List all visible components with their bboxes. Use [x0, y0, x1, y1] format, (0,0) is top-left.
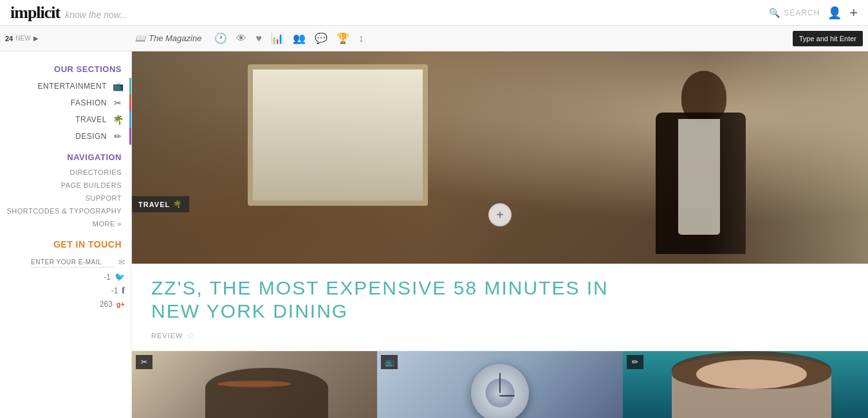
design-badge: ✏ — [627, 355, 643, 369]
woman-face — [696, 359, 807, 389]
logo-area: implicit know the now... — [10, 3, 127, 23]
logo-tagline: know the now... — [65, 10, 127, 20]
search-label: SEARCH — [784, 8, 820, 17]
magazine-label[interactable]: 📖 The Magazine — [135, 33, 201, 43]
clock-hand-minute — [499, 373, 501, 394]
travel-label: TRAVEL — [75, 115, 107, 124]
users-icon[interactable]: 👥 — [290, 32, 308, 44]
facebook-icon[interactable]: f — [122, 286, 125, 296]
nav-shortcodes[interactable]: SHORTCODES & TYPOGRAPHY — [0, 204, 131, 217]
new-badge: 24 NEW ▶ — [5, 35, 39, 42]
thumb-bg-fashion — [132, 351, 377, 418]
twitter-social-row: -1 🐦 — [0, 270, 131, 284]
title-highlight: MOST EXPENSIVE — [259, 277, 447, 298]
nav-page-builders[interactable]: PAGE BUILDERS — [0, 179, 131, 192]
email-input[interactable] — [31, 257, 115, 268]
chart-icon[interactable]: 📊 — [268, 32, 286, 44]
nav-support[interactable]: SUPPORT — [0, 192, 131, 204]
sidebar: OUR SECTIONS ENTERTAINMENT 📺 FASHION ✂ T… — [0, 51, 132, 418]
arrow-icon: ▶ — [33, 35, 39, 42]
page-layout: OUR SECTIONS ENTERTAINMENT 📺 FASHION ✂ T… — [0, 51, 868, 418]
gplus-icon[interactable]: g+ — [116, 300, 125, 308]
review-row: REVIEW ☆ — [151, 331, 849, 341]
thumbnail-design[interactable]: ✏ — [623, 351, 868, 418]
trophy-icon[interactable]: 🏆 — [334, 32, 352, 44]
email-icon: ✉ — [118, 258, 125, 267]
hero-image: TRAVEL 🌴 + — [132, 51, 868, 264]
search-icon: 🔍 — [769, 8, 780, 18]
hero-window-inner — [253, 69, 423, 201]
thumbnail-grid: ✂ 📺 — [132, 351, 868, 418]
type-hint-box: Type and hit Enter — [793, 31, 863, 46]
get-in-touch-title: GET IN TOUCH — [0, 230, 131, 255]
type-hint-text: Type and hit Enter — [799, 35, 856, 42]
design-label: DESIGN — [75, 132, 107, 141]
new-label: NEW — [15, 35, 30, 42]
title-line2: NEW YORK DINING — [151, 300, 348, 322]
entertainment-icon: 📺 — [111, 81, 125, 91]
hero-window — [248, 64, 428, 206]
sidebar-item-entertainment[interactable]: ENTERTAINMENT 📺 — [0, 78, 131, 95]
new-count: 24 — [5, 35, 13, 42]
pen-icon: ✏ — [632, 358, 638, 367]
user-icon[interactable]: 👤 — [827, 6, 842, 20]
sidebar-item-design[interactable]: DESIGN ✏ — [0, 128, 131, 145]
nav-more[interactable]: MORE » — [0, 217, 131, 230]
travel-badge[interactable]: TRAVEL 🌴 — [132, 196, 189, 212]
twitter-count: -1 — [104, 273, 111, 282]
entertainment-bar — [129, 78, 131, 95]
main-content: TRAVEL 🌴 + ZZ'S, THE MOST EXPENSIVE 58 M… — [132, 51, 868, 418]
review-label: REVIEW — [151, 332, 183, 340]
article-title: ZZ'S, THE MOST EXPENSIVE 58 MINUTES IN N… — [151, 277, 849, 323]
plus-icon: + — [496, 208, 504, 223]
sidebar-item-fashion[interactable]: FASHION ✂ — [0, 95, 131, 111]
review-star[interactable]: ☆ — [187, 331, 195, 341]
comment-icon[interactable]: 💬 — [312, 32, 330, 44]
thumbnail-fashion[interactable]: ✂ — [132, 351, 377, 418]
fashion-glasses — [217, 381, 291, 387]
hero-curtain — [707, 51, 868, 264]
gplus-social-row: 263 g+ — [0, 298, 131, 311]
entertainment-bg — [377, 351, 622, 418]
clock-hand-hour — [500, 395, 515, 397]
design-icon: ✏ — [111, 131, 125, 141]
title-part2: 58 MINUTES IN — [447, 277, 608, 298]
clock-icon[interactable]: 🕐 — [212, 32, 230, 44]
twitter-icon[interactable]: 🐦 — [115, 272, 125, 282]
travel-badge-icon: 🌴 — [173, 200, 183, 208]
fashion-bar — [129, 95, 131, 111]
article-title-section: ZZ'S, THE MOST EXPENSIVE 58 MINUTES IN N… — [132, 264, 868, 351]
nav-directories[interactable]: DIRECTORIES — [0, 166, 131, 179]
facebook-social-row: -1 f — [0, 284, 131, 298]
thumbnail-entertainment[interactable]: 📺 — [377, 351, 622, 418]
plus-button[interactable]: + — [488, 203, 512, 226]
eye-icon[interactable]: 👁 — [234, 33, 249, 44]
title-part1: ZZ'S, THE — [151, 277, 259, 298]
travel-badge-text: TRAVEL — [138, 201, 170, 208]
book-icon: 📖 — [135, 33, 145, 43]
scissors-icon: ✂ — [141, 358, 147, 367]
design-bg — [623, 351, 868, 418]
heart-icon[interactable]: ♥ — [253, 33, 264, 44]
clock-face — [471, 364, 529, 418]
entertainment-badge: 📺 — [381, 355, 398, 369]
fashion-badge: ✂ — [136, 355, 152, 369]
travel-bar — [129, 111, 131, 128]
magazine-text: The Magazine — [149, 33, 201, 43]
facebook-count: -1 — [111, 286, 118, 295]
toolbar: 24 NEW ▶ 📖 The Magazine 🕐 👁 ♥ 📊 👥 💬 🏆 ↕ … — [0, 26, 868, 51]
design-bar — [129, 128, 131, 145]
sections-title: OUR SECTIONS — [0, 58, 131, 78]
add-icon[interactable]: + — [849, 5, 858, 21]
search-area[interactable]: 🔍 SEARCH — [769, 8, 820, 18]
header-right: 🔍 SEARCH 👤 + — [769, 5, 858, 21]
fashion-figure — [205, 368, 328, 418]
site-header: implicit know the now... 🔍 SEARCH 👤 + — [0, 0, 868, 26]
entertainment-label: ENTERTAINMENT — [38, 82, 107, 91]
travel-icon: 🌴 — [111, 114, 125, 125]
sort-icon[interactable]: ↕ — [356, 33, 366, 44]
logo-text[interactable]: implicit — [10, 3, 60, 23]
email-input-row: ✉ — [0, 255, 131, 270]
sidebar-item-travel[interactable]: TRAVEL 🌴 — [0, 111, 131, 128]
fashion-icon: ✂ — [111, 98, 125, 108]
